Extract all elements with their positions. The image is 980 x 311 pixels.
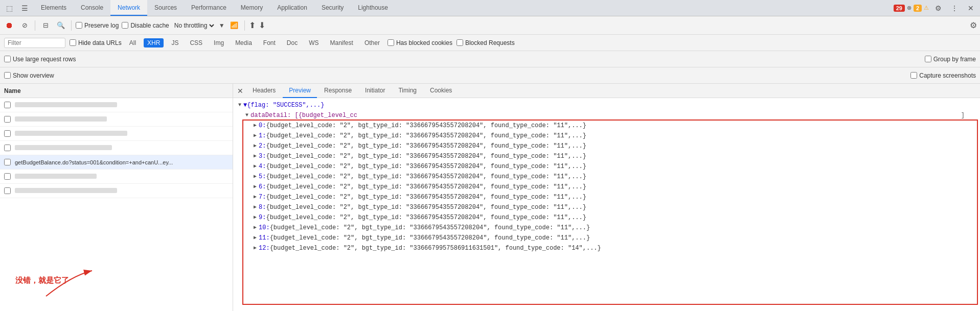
request-checkbox[interactable] [4,130,11,137]
close-detail-button[interactable]: ✕ [235,86,245,96]
request-checkbox[interactable] [4,187,11,194]
group-by-frame-checkbox[interactable] [925,56,931,62]
tab-application[interactable]: Application [270,0,314,16]
hide-data-urls-label[interactable]: Hide data URLs [70,39,122,46]
row-toggle[interactable]: ▶ [254,192,257,202]
row-toggle[interactable]: ▶ [254,202,257,212]
tab-console[interactable]: Console [74,0,110,16]
row-toggle[interactable]: ▶ [254,243,257,253]
detail-tab-cookies[interactable]: Cookies [424,84,458,98]
request-item[interactable] [0,127,233,141]
blocked-requests-checkbox[interactable] [457,39,463,46]
preserve-log-text: Preserve log [84,22,119,29]
filter-input[interactable] [4,38,65,48]
inspect-icon[interactable]: ⬚ [2,1,16,15]
hide-data-urls-checkbox[interactable] [70,39,76,46]
request-item[interactable] [0,141,233,155]
filter-all-btn[interactable]: All [126,38,140,47]
settings-icon[interactable]: ⚙ [931,1,945,15]
row-toggle[interactable]: ▶ [254,151,257,161]
filter-css-btn[interactable]: CSS [186,38,206,47]
row-toggle[interactable]: ▶ [254,131,257,141]
row-index: 3: [259,151,266,161]
row-toggle[interactable]: ▶ [254,141,257,151]
filter-xhr-btn[interactable]: XHR [144,38,164,47]
capture-screenshots-label[interactable]: Capture screenshots [910,72,976,79]
left-panel: Name getBudgetBalance.do?status=001&cond… [0,84,233,311]
filter-icon[interactable]: ⊟ [39,19,52,32]
row-index: 6: [259,182,266,192]
filter-ws-btn[interactable]: WS [305,38,322,47]
tab-elements[interactable]: Elements [34,0,74,16]
disable-cache-label[interactable]: Disable cache [122,22,169,29]
request-item[interactable] [0,170,233,184]
show-overview-checkbox[interactable] [4,72,11,79]
divider-1 [35,20,35,31]
filter-img-btn[interactable]: Img [210,38,227,47]
tab-memory[interactable]: Memory [234,0,270,16]
blocked-cookies-text: Has blocked cookies [396,39,452,46]
blocked-cookies-checkbox[interactable] [388,39,394,46]
request-item[interactable] [0,98,233,112]
tab-sources[interactable]: Sources [147,0,184,16]
capture-screenshots-checkbox[interactable] [910,72,917,79]
request-checkbox[interactable] [4,159,11,165]
row-toggle[interactable]: ▶ [254,182,257,192]
row-toggle[interactable]: ▶ [254,212,257,223]
detail-tabs: ✕ HeadersPreviewResponseInitiatorTimingC… [233,84,980,98]
detail-tab-initiator[interactable]: Initiator [359,84,391,98]
filter-other-btn[interactable]: Other [361,38,383,47]
export-icon[interactable]: ⬇ [259,20,265,30]
close-devtools-icon[interactable]: ✕ [964,1,978,15]
request-item[interactable]: getBudgetBalance.do?status=001&condition… [0,155,233,170]
filter-doc-btn[interactable]: Doc [283,38,301,47]
blocked-requests-label[interactable]: Blocked Requests [457,39,515,46]
filter-media-btn[interactable]: Media [232,38,256,47]
row-toggle[interactable]: ▶ [254,233,257,243]
filter-js-btn[interactable]: JS [168,38,182,47]
filter-manifest-btn[interactable]: Manifest [327,38,357,47]
network-settings-icon[interactable]: ⚙ [970,20,977,30]
tab-security[interactable]: Security [314,0,351,16]
row-toggle[interactable]: ▶ [254,172,257,182]
use-large-rows-checkbox[interactable] [4,56,11,62]
record-button[interactable]: ⏺ [3,19,15,32]
detail-tab-preview[interactable]: Preview [283,84,317,98]
row-toggle[interactable]: ▶ [254,223,257,233]
group-by-frame-label[interactable]: Group by frame [925,56,976,63]
request-item[interactable] [0,184,233,198]
data-detail-toggle[interactable]: ▼ [245,110,248,121]
root-toggle[interactable]: ▼ [238,100,241,110]
import-icon[interactable]: ⬆ [249,20,256,30]
row-toggle[interactable]: ▶ [254,121,257,131]
request-checkbox[interactable] [4,173,11,180]
request-item[interactable] [0,112,233,127]
search-icon[interactable]: 🔍 [55,19,67,32]
tab-network[interactable]: Network [110,0,147,16]
use-large-rows-label[interactable]: Use large request rows [4,56,76,63]
detail-tab-timing[interactable]: Timing [392,84,423,98]
tab-performance[interactable]: Performance [184,0,234,16]
tab-lighthouse[interactable]: Lighthouse [351,0,395,16]
json-content[interactable]: ▼ ▼{flag: "SUCCESS",...} ▼ dataDetail: [… [233,98,980,311]
row-toggle[interactable]: ▶ [254,161,257,172]
preserve-log-label[interactable]: Preserve log [76,22,119,29]
preserve-log-checkbox[interactable] [76,22,82,29]
data-detail-bracket-right: ] [961,110,965,121]
row-content: {budget_level_code: "2", bgt_type_id: "3… [266,151,586,161]
detail-tab-headers[interactable]: Headers [246,84,282,98]
disable-cache-checkbox[interactable] [122,22,128,29]
request-checkbox[interactable] [4,102,11,108]
throttle-select[interactable]: No throttling [172,21,216,30]
request-checkbox[interactable] [4,116,11,123]
more-icon[interactable]: ⋮ [947,1,962,15]
wifi-icon[interactable]: 📶 [228,19,240,32]
filter-font-btn[interactable]: Font [260,38,279,47]
blocked-cookies-label[interactable]: Has blocked cookies [388,39,452,46]
show-overview-label[interactable]: Show overview [4,72,54,79]
stop-button[interactable]: ⊘ [18,19,31,32]
row-index: 10: [259,223,270,233]
detail-tab-response[interactable]: Response [318,84,358,98]
device-icon[interactable]: ☰ [17,1,32,15]
request-checkbox[interactable] [4,145,11,151]
